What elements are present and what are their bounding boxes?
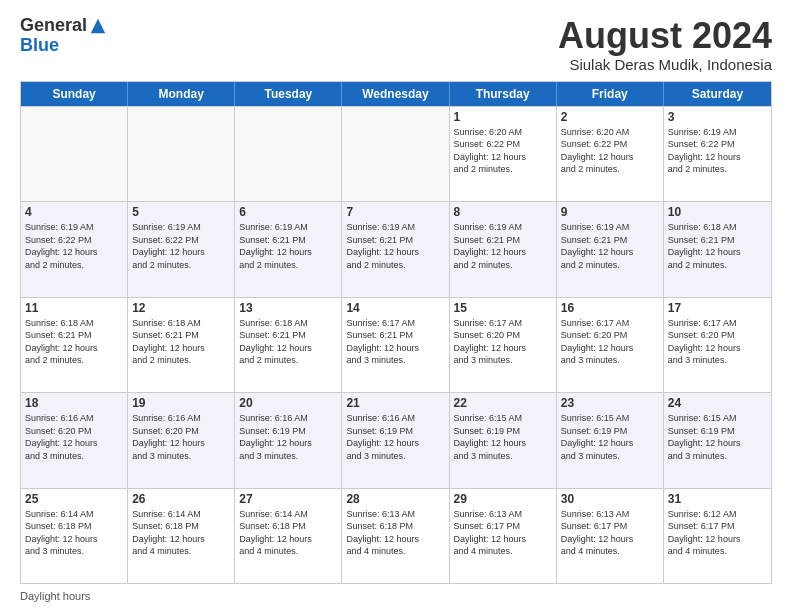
cell-info: Sunrise: 6:13 AM Sunset: 6:18 PM Dayligh… (346, 508, 444, 558)
day-number: 8 (454, 205, 552, 219)
cal-cell-3: 3Sunrise: 6:19 AM Sunset: 6:22 PM Daylig… (664, 107, 771, 201)
cal-header-day-friday: Friday (557, 82, 664, 106)
cell-info: Sunrise: 6:18 AM Sunset: 6:21 PM Dayligh… (25, 317, 123, 367)
cal-cell-6: 6Sunrise: 6:19 AM Sunset: 6:21 PM Daylig… (235, 202, 342, 296)
cal-header-day-sunday: Sunday (21, 82, 128, 106)
cell-info: Sunrise: 6:18 AM Sunset: 6:21 PM Dayligh… (239, 317, 337, 367)
cal-cell-13: 13Sunrise: 6:18 AM Sunset: 6:21 PM Dayli… (235, 298, 342, 392)
calendar: SundayMondayTuesdayWednesdayThursdayFrid… (20, 81, 772, 584)
title-block: August 2024 Siulak Deras Mudik, Indonesi… (558, 16, 772, 73)
day-number: 10 (668, 205, 767, 219)
cal-cell-5: 5Sunrise: 6:19 AM Sunset: 6:22 PM Daylig… (128, 202, 235, 296)
day-number: 24 (668, 396, 767, 410)
cal-cell-empty-1 (128, 107, 235, 201)
cell-info: Sunrise: 6:16 AM Sunset: 6:20 PM Dayligh… (132, 412, 230, 462)
cal-cell-18: 18Sunrise: 6:16 AM Sunset: 6:20 PM Dayli… (21, 393, 128, 487)
calendar-header: SundayMondayTuesdayWednesdayThursdayFrid… (21, 82, 771, 106)
cell-info: Sunrise: 6:19 AM Sunset: 6:21 PM Dayligh… (239, 221, 337, 271)
cal-cell-22: 22Sunrise: 6:15 AM Sunset: 6:19 PM Dayli… (450, 393, 557, 487)
cal-cell-empty-3 (342, 107, 449, 201)
cal-cell-21: 21Sunrise: 6:16 AM Sunset: 6:19 PM Dayli… (342, 393, 449, 487)
cell-info: Sunrise: 6:14 AM Sunset: 6:18 PM Dayligh… (25, 508, 123, 558)
header: General Blue August 2024 Siulak Deras Mu… (20, 16, 772, 73)
cell-info: Sunrise: 6:17 AM Sunset: 6:20 PM Dayligh… (454, 317, 552, 367)
cal-cell-4: 4Sunrise: 6:19 AM Sunset: 6:22 PM Daylig… (21, 202, 128, 296)
cell-info: Sunrise: 6:15 AM Sunset: 6:19 PM Dayligh… (561, 412, 659, 462)
cal-week-4: 25Sunrise: 6:14 AM Sunset: 6:18 PM Dayli… (21, 488, 771, 583)
day-number: 13 (239, 301, 337, 315)
day-number: 22 (454, 396, 552, 410)
day-number: 12 (132, 301, 230, 315)
cal-cell-19: 19Sunrise: 6:16 AM Sunset: 6:20 PM Dayli… (128, 393, 235, 487)
cell-info: Sunrise: 6:17 AM Sunset: 6:20 PM Dayligh… (561, 317, 659, 367)
logo-text: General Blue (20, 16, 107, 56)
cell-info: Sunrise: 6:17 AM Sunset: 6:20 PM Dayligh… (668, 317, 767, 367)
day-number: 7 (346, 205, 444, 219)
cal-cell-10: 10Sunrise: 6:18 AM Sunset: 6:21 PM Dayli… (664, 202, 771, 296)
day-number: 29 (454, 492, 552, 506)
logo-general: General (20, 16, 87, 36)
cell-info: Sunrise: 6:18 AM Sunset: 6:21 PM Dayligh… (132, 317, 230, 367)
calendar-body: 1Sunrise: 6:20 AM Sunset: 6:22 PM Daylig… (21, 106, 771, 583)
cell-info: Sunrise: 6:19 AM Sunset: 6:21 PM Dayligh… (561, 221, 659, 271)
cal-cell-27: 27Sunrise: 6:14 AM Sunset: 6:18 PM Dayli… (235, 489, 342, 583)
cell-info: Sunrise: 6:20 AM Sunset: 6:22 PM Dayligh… (561, 126, 659, 176)
cal-cell-15: 15Sunrise: 6:17 AM Sunset: 6:20 PM Dayli… (450, 298, 557, 392)
day-number: 17 (668, 301, 767, 315)
cell-info: Sunrise: 6:19 AM Sunset: 6:22 PM Dayligh… (132, 221, 230, 271)
day-number: 5 (132, 205, 230, 219)
day-number: 18 (25, 396, 123, 410)
day-number: 27 (239, 492, 337, 506)
day-number: 9 (561, 205, 659, 219)
cal-week-1: 4Sunrise: 6:19 AM Sunset: 6:22 PM Daylig… (21, 201, 771, 296)
day-number: 6 (239, 205, 337, 219)
cell-info: Sunrise: 6:16 AM Sunset: 6:19 PM Dayligh… (239, 412, 337, 462)
cal-header-day-tuesday: Tuesday (235, 82, 342, 106)
cal-cell-24: 24Sunrise: 6:15 AM Sunset: 6:19 PM Dayli… (664, 393, 771, 487)
cal-header-day-monday: Monday (128, 82, 235, 106)
cell-info: Sunrise: 6:19 AM Sunset: 6:21 PM Dayligh… (346, 221, 444, 271)
footer-text: Daylight hours (20, 590, 90, 602)
cal-cell-8: 8Sunrise: 6:19 AM Sunset: 6:21 PM Daylig… (450, 202, 557, 296)
cal-cell-17: 17Sunrise: 6:17 AM Sunset: 6:20 PM Dayli… (664, 298, 771, 392)
cell-info: Sunrise: 6:13 AM Sunset: 6:17 PM Dayligh… (561, 508, 659, 558)
cal-cell-empty-2 (235, 107, 342, 201)
svg-marker-0 (91, 19, 105, 33)
cell-info: Sunrise: 6:16 AM Sunset: 6:19 PM Dayligh… (346, 412, 444, 462)
cal-cell-7: 7Sunrise: 6:19 AM Sunset: 6:21 PM Daylig… (342, 202, 449, 296)
subtitle: Siulak Deras Mudik, Indonesia (558, 56, 772, 73)
cell-info: Sunrise: 6:14 AM Sunset: 6:18 PM Dayligh… (132, 508, 230, 558)
cell-info: Sunrise: 6:20 AM Sunset: 6:22 PM Dayligh… (454, 126, 552, 176)
day-number: 14 (346, 301, 444, 315)
logo: General Blue (20, 16, 107, 56)
cal-week-0: 1Sunrise: 6:20 AM Sunset: 6:22 PM Daylig… (21, 106, 771, 201)
cell-info: Sunrise: 6:16 AM Sunset: 6:20 PM Dayligh… (25, 412, 123, 462)
day-number: 2 (561, 110, 659, 124)
cell-info: Sunrise: 6:18 AM Sunset: 6:21 PM Dayligh… (668, 221, 767, 271)
cal-header-day-wednesday: Wednesday (342, 82, 449, 106)
cal-cell-9: 9Sunrise: 6:19 AM Sunset: 6:21 PM Daylig… (557, 202, 664, 296)
day-number: 26 (132, 492, 230, 506)
cal-cell-20: 20Sunrise: 6:16 AM Sunset: 6:19 PM Dayli… (235, 393, 342, 487)
day-number: 28 (346, 492, 444, 506)
cal-cell-2: 2Sunrise: 6:20 AM Sunset: 6:22 PM Daylig… (557, 107, 664, 201)
day-number: 20 (239, 396, 337, 410)
cell-info: Sunrise: 6:17 AM Sunset: 6:21 PM Dayligh… (346, 317, 444, 367)
cell-info: Sunrise: 6:19 AM Sunset: 6:21 PM Dayligh… (454, 221, 552, 271)
cal-cell-26: 26Sunrise: 6:14 AM Sunset: 6:18 PM Dayli… (128, 489, 235, 583)
cal-cell-28: 28Sunrise: 6:13 AM Sunset: 6:18 PM Dayli… (342, 489, 449, 583)
main-title: August 2024 (558, 16, 772, 56)
cal-cell-12: 12Sunrise: 6:18 AM Sunset: 6:21 PM Dayli… (128, 298, 235, 392)
day-number: 31 (668, 492, 767, 506)
cal-cell-29: 29Sunrise: 6:13 AM Sunset: 6:17 PM Dayli… (450, 489, 557, 583)
cell-info: Sunrise: 6:15 AM Sunset: 6:19 PM Dayligh… (668, 412, 767, 462)
cal-cell-11: 11Sunrise: 6:18 AM Sunset: 6:21 PM Dayli… (21, 298, 128, 392)
cell-info: Sunrise: 6:12 AM Sunset: 6:17 PM Dayligh… (668, 508, 767, 558)
cal-cell-30: 30Sunrise: 6:13 AM Sunset: 6:17 PM Dayli… (557, 489, 664, 583)
day-number: 15 (454, 301, 552, 315)
day-number: 4 (25, 205, 123, 219)
cal-cell-25: 25Sunrise: 6:14 AM Sunset: 6:18 PM Dayli… (21, 489, 128, 583)
cell-info: Sunrise: 6:14 AM Sunset: 6:18 PM Dayligh… (239, 508, 337, 558)
day-number: 19 (132, 396, 230, 410)
cell-info: Sunrise: 6:19 AM Sunset: 6:22 PM Dayligh… (668, 126, 767, 176)
